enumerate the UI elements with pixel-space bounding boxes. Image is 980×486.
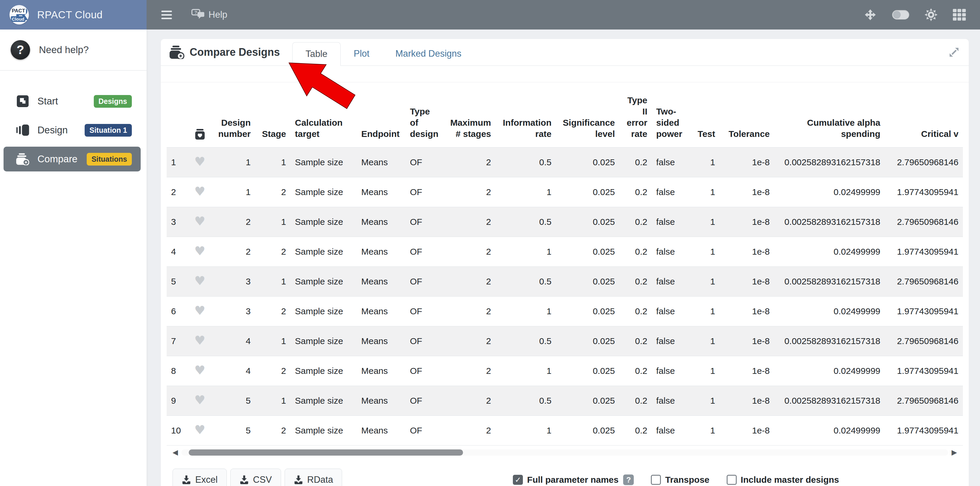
- rdata-button[interactable]: RData: [285, 468, 342, 486]
- table-controls: Excel CSV RData ✓ Full parameter names: [172, 468, 957, 486]
- cell-type-ii-error-rate: 0.2: [619, 416, 652, 446]
- cell-test: 1: [693, 356, 719, 386]
- cell-design-number: 1: [211, 148, 255, 177]
- table-row: 8 ♥ 4 2 Sample size Means OF 2 1 0.025 0…: [167, 356, 963, 386]
- cell-calculation-target: Sample size: [291, 177, 357, 207]
- heart-icon[interactable]: ♥: [194, 275, 205, 287]
- cell-stage: 1: [255, 327, 291, 356]
- heart-icon[interactable]: ♥: [194, 395, 205, 406]
- panel-title-text: Compare Designs: [189, 46, 280, 59]
- scroll-left-arrow[interactable]: ◀: [172, 449, 181, 456]
- svg-text:?: ?: [194, 10, 197, 15]
- cell-critical-value: 1.97743095941: [885, 237, 963, 267]
- cell-information-rate: 0.5: [495, 207, 556, 237]
- heart-icon[interactable]: ♥: [194, 245, 205, 257]
- theme-toggle[interactable]: [892, 10, 909, 19]
- sidebar-item-design[interactable]: Design Situation 1: [0, 118, 146, 142]
- expand-arrows-icon[interactable]: [864, 8, 877, 21]
- need-help-label: Need help?: [39, 44, 89, 56]
- compare-badge: Situations: [87, 153, 132, 166]
- cell-endpoint: Means: [357, 386, 406, 416]
- design-bars-icon: [16, 124, 29, 136]
- sun-icon[interactable]: [924, 8, 937, 21]
- cell-endpoint: Means: [357, 207, 406, 237]
- row-marked-cell: ♥: [189, 296, 211, 327]
- cell-test: 1: [693, 296, 719, 327]
- include-master-designs-checkbox[interactable]: Include master designs: [727, 475, 839, 485]
- brand[interactable]: R PACT Cloud RPACT Cloud: [0, 0, 146, 30]
- csv-button[interactable]: CSV: [230, 468, 281, 486]
- cell-significance-level: 0.025: [556, 416, 619, 446]
- cell-type-of-design: OF: [406, 356, 444, 386]
- cell-significance-level: 0.025: [556, 386, 619, 416]
- sidebar-item-label: Start: [37, 96, 58, 107]
- heart-icon[interactable]: ♥: [194, 365, 205, 376]
- table-row: 4 ♥ 2 2 Sample size Means OF 2 1 0.025 0…: [167, 237, 963, 267]
- cell-maximum-stages: 2: [444, 356, 495, 386]
- cell-tolerance: 1e-8: [719, 267, 774, 296]
- cell-calculation-target: Sample size: [291, 296, 357, 327]
- cell-type-ii-error-rate: 0.2: [619, 327, 652, 356]
- cell-test: 1: [693, 267, 719, 296]
- scrollbar-track[interactable]: [181, 449, 948, 456]
- hamburger-menu-icon[interactable]: [161, 11, 172, 19]
- full-parameter-names-checkbox[interactable]: ✓ Full parameter names ?: [513, 475, 634, 485]
- cell-significance-level: 0.025: [556, 237, 619, 267]
- heart-icon[interactable]: ♥: [194, 305, 205, 316]
- table-row: 6 ♥ 3 2 Sample size Means OF 2 1 0.025 0…: [167, 296, 963, 327]
- table-row: 10 ♥ 5 2 Sample size Means OF 2 1 0.025 …: [167, 416, 963, 446]
- grid-icon[interactable]: [953, 8, 966, 21]
- help-menu-item[interactable]: ? Help: [191, 9, 228, 21]
- cell-two-sided-power: false: [652, 296, 693, 327]
- tab-table[interactable]: Table: [292, 42, 340, 66]
- cell-significance-level: 0.025: [556, 148, 619, 177]
- excel-button-label: Excel: [195, 475, 218, 485]
- cell-maximum-stages: 2: [444, 386, 495, 416]
- cell-critical-value: 2.79650968146: [885, 207, 963, 237]
- heart-icon[interactable]: ♥: [194, 424, 205, 435]
- need-help-item[interactable]: ? Need help?: [0, 30, 146, 70]
- heart-icon[interactable]: ♥: [194, 186, 205, 197]
- sidebar-item-label: Compare: [37, 153, 78, 165]
- scroll-right-arrow[interactable]: ▶: [948, 449, 957, 456]
- excel-button[interactable]: Excel: [172, 468, 227, 486]
- cell-cumulative-alpha-spending: 0.02499999: [774, 296, 885, 327]
- cell-information-rate: 1: [495, 416, 556, 446]
- tab-marked-designs[interactable]: Marked Designs: [382, 42, 474, 65]
- parameter-names-help-icon[interactable]: ?: [623, 475, 634, 485]
- cell-calculation-target: Sample size: [291, 386, 357, 416]
- cell-information-rate: 0.5: [495, 386, 556, 416]
- heart-icon[interactable]: ♥: [194, 216, 205, 227]
- cell-calculation-target: Sample size: [291, 237, 357, 267]
- heart-icon[interactable]: ♥: [194, 156, 205, 167]
- cell-maximum-stages: 2: [444, 267, 495, 296]
- cell-calculation-target: Sample size: [291, 267, 357, 296]
- cell-information-rate: 1: [495, 296, 556, 327]
- include-master-designs-label: Include master designs: [741, 475, 839, 485]
- checkbox-checked-icon: ✓: [513, 475, 523, 485]
- cell-test: 1: [693, 177, 719, 207]
- row-marked-cell: ♥: [189, 386, 211, 416]
- cell-design-number: 2: [211, 237, 255, 267]
- transpose-checkbox[interactable]: Transpose: [651, 475, 709, 485]
- cell-stage: 2: [255, 177, 291, 207]
- cell-test: 1: [693, 327, 719, 356]
- cell-type-ii-error-rate: 0.2: [619, 267, 652, 296]
- sidebar-item-start[interactable]: Start Designs: [0, 89, 146, 114]
- cell-endpoint: Means: [357, 177, 406, 207]
- panel-expand-icon[interactable]: [948, 46, 960, 58]
- cell-cumulative-alpha-spending: 0.002582893162157318: [774, 207, 885, 237]
- tab-plot[interactable]: Plot: [340, 42, 382, 65]
- designs-table-wrap: Design number Stage Calculation target E…: [161, 82, 969, 486]
- row-marked-cell: ♥: [189, 327, 211, 356]
- cell-design-number: 4: [211, 356, 255, 386]
- scrollbar-thumb[interactable]: [189, 449, 463, 456]
- cell-calculation-target: Sample size: [291, 327, 357, 356]
- cell-type-of-design: OF: [406, 237, 444, 267]
- full-parameter-names-label: Full parameter names: [527, 475, 619, 485]
- heart-icon[interactable]: ♥: [194, 335, 205, 346]
- panel-title: Compare Designs: [170, 45, 280, 59]
- cell-stage: 2: [255, 296, 291, 327]
- cell-cumulative-alpha-spending: 0.002582893162157318: [774, 386, 885, 416]
- sidebar-item-compare[interactable]: Compare Situations: [3, 147, 141, 171]
